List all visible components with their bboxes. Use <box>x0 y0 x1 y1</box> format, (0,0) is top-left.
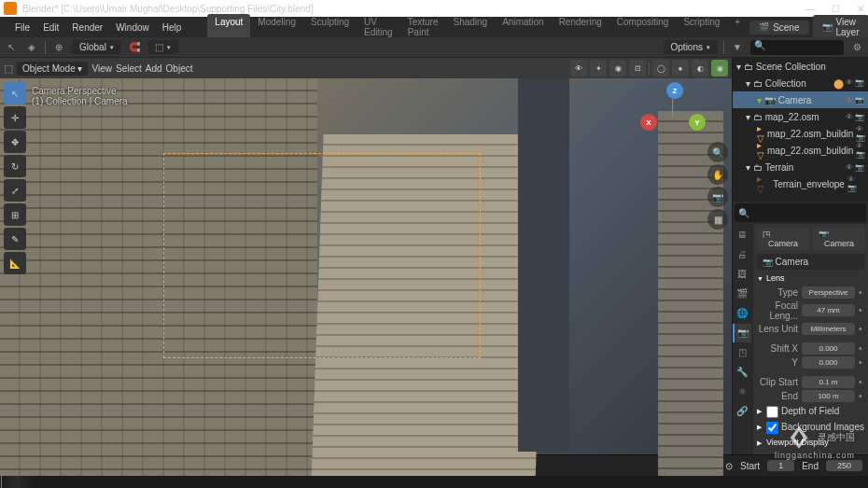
snap-dropdown[interactable]: ⬚ ▾ <box>147 40 178 54</box>
menu-help[interactable]: Help <box>157 22 188 33</box>
mode-selector[interactable]: Object Mode ▾ <box>17 62 88 76</box>
filter-toggle-icon[interactable]: ⚙ <box>849 40 864 55</box>
scene-selector[interactable]: 🎬Scene <box>749 21 808 35</box>
tab-scripting[interactable]: Scripting <box>676 14 727 40</box>
tab-rendering[interactable]: Rendering <box>552 14 609 40</box>
tab-animation[interactable]: Animation <box>495 14 551 40</box>
tab-modifier-props[interactable]: 🔧 <box>733 363 751 382</box>
cursor-tool[interactable]: ✛ <box>4 106 26 129</box>
tab-render-props[interactable]: 🖥 <box>733 226 751 244</box>
shift-y-field[interactable]: 0.000 <box>802 356 855 369</box>
outliner-item[interactable]: Terrain <box>765 162 794 173</box>
gizmo-toggle-icon[interactable]: ✦ <box>590 60 607 77</box>
outliner[interactable]: ▾ 🗀Scene Collection ▾ 🗀Collection⬤ 👁 📷 ▾… <box>733 58 868 202</box>
menu-object[interactable]: Object <box>166 63 193 74</box>
menu-window[interactable]: Window <box>110 22 155 33</box>
tab-texture-paint[interactable]: Texture Paint <box>400 14 446 40</box>
filter-icon[interactable]: ▼ <box>730 40 745 55</box>
minimize-button[interactable]: — <box>805 4 815 14</box>
axis-x[interactable]: X <box>640 114 657 131</box>
lens-unit-select[interactable]: Millimeters <box>802 323 855 335</box>
outliner-item[interactable]: map_22.osm <box>765 112 819 122</box>
shading-material-icon[interactable]: ◐ <box>692 60 708 77</box>
section-lens[interactable]: Lens <box>757 273 864 283</box>
maximize-button[interactable]: ☐ <box>832 4 840 14</box>
orientation-icon[interactable]: ⊕ <box>51 40 66 55</box>
outliner-item-camera[interactable]: Camera <box>778 95 812 105</box>
scale-tool[interactable]: ⤢ <box>4 179 26 202</box>
tab-scene-props[interactable]: 🎬 <box>733 285 751 303</box>
cursor-icon[interactable]: ◈ <box>24 40 39 55</box>
tab-uv-editing[interactable]: UV Editing <box>357 14 400 40</box>
end-frame-field[interactable]: 250 <box>826 460 862 471</box>
timeline-track[interactable] <box>0 476 868 488</box>
menu-add[interactable]: Add <box>146 63 162 74</box>
tab-compositing[interactable]: Compositing <box>609 14 677 40</box>
tab-modeling[interactable]: Modeling <box>250 14 303 40</box>
orientation-dropdown[interactable]: Global▾ <box>72 40 121 54</box>
breadcrumb-object[interactable]: ◳ Camera <box>757 228 809 250</box>
shift-x-field[interactable]: 0.000 <box>802 342 855 355</box>
tab-physics-props[interactable]: ⚛ <box>733 383 751 401</box>
outliner-item[interactable]: map_22.osm_buildin <box>767 146 853 156</box>
tool-icon[interactable]: ↖ <box>4 40 19 55</box>
zoom-button[interactable]: 🔍 <box>707 142 728 162</box>
shading-rendered-icon[interactable]: ◉ <box>711 60 728 77</box>
axis-y[interactable]: Y <box>689 114 706 131</box>
section-viewport-display[interactable]: Viewport Display <box>757 438 864 447</box>
axis-z[interactable]: Z <box>666 82 683 99</box>
outliner-root[interactable]: Scene Collection <box>756 62 826 72</box>
tab-object-props[interactable]: ◳ <box>733 343 751 362</box>
shading-wireframe-icon[interactable]: ◯ <box>652 60 669 77</box>
playhead[interactable] <box>1 476 2 488</box>
select-visibility-icon[interactable]: 👁 <box>570 60 587 77</box>
tab-world-props[interactable]: 🌐 <box>733 304 751 323</box>
focal-length-field[interactable]: 47 mm <box>802 304 855 316</box>
outliner-item[interactable]: Collection <box>765 78 806 89</box>
transform-tool[interactable]: ⊞ <box>4 203 26 226</box>
overlay-toggle-icon[interactable]: ◉ <box>609 60 626 77</box>
menu-file[interactable]: File <box>9 22 35 33</box>
move-tool[interactable]: ✥ <box>4 131 26 153</box>
outliner-search[interactable]: 🔍 <box>750 40 844 55</box>
pan-button[interactable]: ✋ <box>707 164 728 185</box>
tab-shading[interactable]: Shading <box>445 14 495 40</box>
tab-object-data-props[interactable]: 📷 <box>733 324 751 342</box>
measure-tool[interactable]: 📐 <box>4 252 26 274</box>
outliner-item[interactable]: Terrain_envelope <box>773 179 845 189</box>
tab-constraint-props[interactable]: 🔗 <box>733 402 751 421</box>
close-button[interactable]: ✕ <box>857 4 864 14</box>
clip-start-field[interactable]: 0.1 m <box>802 376 855 388</box>
navigation-gizmo[interactable]: Z X Y <box>650 86 702 138</box>
tab-sculpting[interactable]: Sculpting <box>303 14 357 40</box>
menu-select[interactable]: Select <box>116 63 142 74</box>
viewlayer-selector[interactable]: 📷View Layer <box>813 15 869 39</box>
camera-view-button[interactable]: 📷 <box>707 187 728 207</box>
menu-view[interactable]: View <box>91 63 112 74</box>
tab-layout[interactable]: Layout <box>207 14 250 40</box>
rotate-tool[interactable]: ↻ <box>4 155 26 177</box>
property-search[interactable]: 🔍 <box>735 203 866 221</box>
options-dropdown[interactable]: Options ▾ <box>664 40 718 54</box>
clip-end-field[interactable]: 100 m <box>802 390 855 402</box>
xray-toggle-icon[interactable]: ⊡ <box>629 60 646 77</box>
tab-viewlayer-props[interactable]: 🖼 <box>733 265 751 284</box>
menu-edit[interactable]: Edit <box>37 22 64 33</box>
shading-solid-icon[interactable]: ● <box>672 60 689 77</box>
select-tool[interactable]: ↖ <box>4 82 26 105</box>
window-title: Blender* [C:\Users\Umair Mughal\Desktop\… <box>22 4 314 14</box>
breadcrumb-data[interactable]: 📷 Camera <box>813 228 865 250</box>
datablock-name[interactable]: 📷 Camera <box>757 254 864 270</box>
section-bgimages[interactable]: Background Images <box>757 422 864 434</box>
snap-icon[interactable]: 🧲 <box>127 40 142 55</box>
lens-type-select[interactable]: Perspective <box>802 286 855 299</box>
section-dof[interactable]: Depth of Field <box>757 406 864 418</box>
outliner-item[interactable]: map_22.osm_buildin <box>767 129 853 139</box>
annotate-tool[interactable]: ✎ <box>4 228 26 250</box>
3d-viewport[interactable]: Camera Perspective (1) Collection | Came… <box>0 78 732 454</box>
tab-add[interactable]: + <box>727 14 748 40</box>
perspective-toggle-button[interactable]: ▦ <box>707 209 728 230</box>
menu-render[interactable]: Render <box>66 22 108 33</box>
tab-output-props[interactable]: 🖨 <box>733 245 751 264</box>
start-frame-field[interactable]: 1 <box>767 460 794 471</box>
